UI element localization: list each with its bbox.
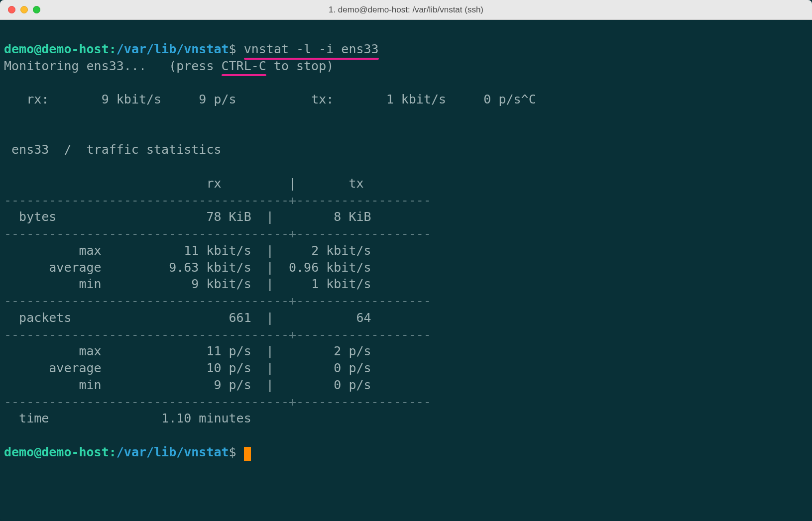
stats-header: ens33 / traffic statistics	[4, 142, 222, 157]
live-tx-label: tx:	[311, 92, 334, 106]
terminal-body[interactable]: demo@demo-host:/var/lib/vnstat$ vnstat -…	[0, 20, 812, 521]
prompt-colon: :	[109, 42, 116, 56]
divider: --------------------------------------+-…	[4, 193, 431, 208]
command-text: vnstat -l -i ens33	[244, 42, 379, 56]
live-rx-rate: 9 kbit/s	[102, 92, 161, 106]
row-pavg: average 10 p/s | 0 p/s	[4, 361, 371, 375]
window-title: 1. demo@demo-host: /var/lib/vnstat (ssh)	[0, 5, 812, 15]
prompt-user: demo@demo-host	[4, 42, 109, 56]
live-tx-rate: 1 kbit/s	[386, 92, 446, 106]
prompt-path: /var/lib/vnstat	[116, 445, 229, 459]
row-bavg: average 9.63 kbit/s | 0.96 kbit/s	[4, 260, 371, 275]
prompt-user: demo@demo-host	[4, 445, 109, 459]
divider: --------------------------------------+-…	[4, 395, 431, 409]
row-pmin: min 9 p/s | 0 p/s	[4, 378, 371, 392]
prompt-dollar: $	[229, 445, 236, 459]
col-header-rx: rx | tx	[4, 176, 364, 191]
minimize-icon[interactable]	[20, 6, 28, 13]
prompt-colon: :	[109, 445, 116, 459]
row-bmin: min 9 kbit/s | 1 kbit/s	[4, 277, 371, 291]
row-packets: packets 661 | 64	[4, 311, 371, 325]
divider: --------------------------------------+-…	[4, 327, 431, 342]
traffic-lights	[0, 6, 40, 13]
close-icon[interactable]	[8, 6, 15, 13]
prompt-dollar: $	[229, 42, 236, 56]
terminal-window: 1. demo@demo-host: /var/lib/vnstat (ssh)…	[0, 0, 812, 521]
live-rx-label: rx:	[4, 92, 49, 106]
row-pmax: max 11 p/s | 2 p/s	[4, 344, 371, 358]
maximize-icon[interactable]	[33, 6, 40, 13]
divider: --------------------------------------+-…	[4, 294, 431, 308]
live-rx-pps: 9 p/s	[199, 92, 236, 106]
live-tx-pps: 0 p/s^C	[483, 92, 536, 106]
prompt-path: /var/lib/vnstat	[116, 42, 229, 56]
monitor-text-a: Monitoring ens33... (press	[4, 59, 222, 73]
divider: --------------------------------------+-…	[4, 226, 431, 241]
titlebar[interactable]: 1. demo@demo-host: /var/lib/vnstat (ssh)	[0, 0, 812, 20]
cursor-icon	[244, 447, 251, 461]
row-time: time 1.10 minutes	[4, 411, 251, 425]
row-bmax: max 11 kbit/s | 2 kbit/s	[4, 243, 371, 258]
row-bytes: bytes 78 KiB | 8 KiB	[4, 209, 371, 224]
ctrlc-hint: CTRL-C	[222, 58, 266, 75]
monitor-text-b: to stop)	[266, 59, 334, 73]
